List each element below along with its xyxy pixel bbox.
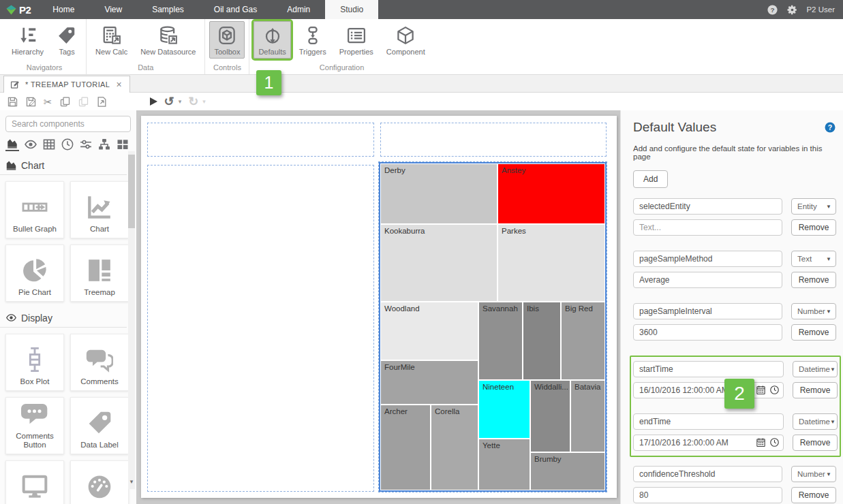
table-icon[interactable]: [42, 138, 56, 151]
area-chart-icon[interactable]: [5, 138, 19, 151]
treemap-component[interactable]: DerbyAnsteyKookaburraParkesWoodlandSavan…: [380, 163, 605, 490]
treemap-cell-anstey[interactable]: Anstey: [497, 163, 605, 224]
scroll-down-icon[interactable]: ▾: [128, 478, 135, 485]
component-card-gauge[interactable]: Gauge: [70, 460, 129, 504]
treemap-cell-ibis[interactable]: Ibis: [523, 302, 561, 380]
treemap-cell-derby[interactable]: Derby: [380, 163, 497, 224]
variable-name-input-pagesampleinterval[interactable]: [633, 303, 782, 319]
blocks-icon[interactable]: [116, 138, 129, 151]
help-blue-icon[interactable]: ?: [824, 121, 836, 133]
section-header-display[interactable]: Display: [0, 308, 127, 328]
calendar-icon[interactable]: [756, 385, 766, 395]
menu-item-oil-and-gas[interactable]: Oil and Gas: [199, 0, 272, 19]
remove-button-confidencethreshold[interactable]: Remove: [791, 487, 836, 503]
remove-button-pagesampleinterval[interactable]: Remove: [791, 324, 836, 341]
treemap-cell-savannah[interactable]: Savannah: [478, 302, 523, 380]
treemap-cell-archer[interactable]: Archer: [380, 405, 431, 490]
variable-name-input-selectedentity[interactable]: [633, 198, 782, 215]
save-icon[interactable]: [7, 96, 18, 108]
remove-button-endtime[interactable]: Remove: [793, 435, 838, 451]
ribbon-button-component[interactable]: Component: [382, 21, 430, 59]
component-card-pie-chart[interactable]: Pie Chart: [5, 245, 64, 302]
treemap-cell-yette[interactable]: Yette: [478, 439, 530, 490]
ribbon-button-toolbox[interactable]: Toolbox: [209, 21, 245, 59]
menu-item-studio[interactable]: Studio: [325, 0, 378, 19]
scrollbar-thumb[interactable]: [128, 155, 135, 228]
variable-type-select-pagesampleinterval[interactable]: Number▼: [791, 303, 836, 319]
sidebar-scrollbar[interactable]: [128, 151, 135, 489]
cut-icon[interactable]: ✂: [44, 97, 52, 107]
gear-icon[interactable]: [786, 4, 798, 16]
save-edit-icon[interactable]: [25, 96, 37, 108]
treemap-cell-brumby[interactable]: Brumby: [530, 452, 605, 490]
chevron-down-icon[interactable]: ▾: [179, 98, 182, 105]
tab-treemap-tutorial[interactable]: * TREEMAP TUTORIAL ×: [3, 76, 130, 93]
export-icon[interactable]: [96, 96, 108, 108]
eye-icon[interactable]: [24, 138, 37, 151]
placeholder-region-2[interactable]: [380, 123, 607, 157]
remove-button-selectedentity[interactable]: Remove: [791, 219, 836, 236]
treemap-cell-woodland[interactable]: Woodland: [380, 302, 478, 360]
menu-item-samples[interactable]: Samples: [137, 0, 199, 19]
placeholder-region-1[interactable]: [147, 123, 374, 157]
menu-item-home[interactable]: Home: [37, 0, 89, 19]
component-card-box-plot[interactable]: Box Plot: [5, 334, 64, 391]
treemap-cell-big-red[interactable]: Big Red: [561, 302, 605, 380]
user-label[interactable]: P2 User: [806, 5, 835, 14]
placeholder-region-3[interactable]: [147, 165, 374, 492]
variable-name-input-starttime[interactable]: [633, 361, 784, 377]
component-card-data-label[interactable]: Data Label: [70, 397, 129, 454]
variable-name-input-endtime[interactable]: [633, 413, 784, 430]
component-card-comments[interactable]: Comments: [70, 334, 129, 391]
variable-type-select-endtime[interactable]: Datetime▼: [793, 413, 838, 430]
play-icon[interactable]: [150, 97, 157, 106]
component-card-bullet-graph[interactable]: Bullet Graph: [5, 181, 64, 238]
section-header-chart[interactable]: Chart: [0, 155, 127, 175]
treemap-cell-corella[interactable]: Corella: [431, 405, 478, 490]
org-chart-icon[interactable]: [97, 138, 111, 151]
calendar-icon[interactable]: [756, 437, 766, 447]
variable-value-input-selectedentity[interactable]: [633, 219, 782, 236]
undo-icon[interactable]: ↺: [164, 95, 174, 108]
component-card-chart[interactable]: Chart: [70, 181, 129, 238]
close-icon[interactable]: ×: [114, 80, 123, 89]
clock-icon[interactable]: [769, 437, 780, 447]
variable-type-select-starttime[interactable]: Datetime▼: [793, 361, 838, 377]
menu-item-view[interactable]: View: [89, 0, 137, 19]
treemap-cell-parkes[interactable]: Parkes: [497, 224, 605, 302]
design-canvas[interactable]: DerbyAnsteyKookaburraParkesWoodlandSavan…: [136, 110, 620, 504]
treemap-cell-batavia[interactable]: Batavia: [570, 380, 605, 452]
search-input[interactable]: [5, 116, 131, 132]
variable-type-select-confidencethreshold[interactable]: Number▼: [791, 466, 836, 482]
sliders-icon[interactable]: [79, 138, 93, 151]
variable-name-input-pagesamplemethod[interactable]: [633, 251, 782, 267]
variable-name-input-confidencethreshold[interactable]: [633, 466, 782, 482]
treemap-cell-nineteen[interactable]: Nineteen: [478, 380, 530, 439]
ribbon-button-new-datasource[interactable]: New Datasource: [136, 21, 200, 59]
component-card-embed-page[interactable]: Embed Page: [5, 460, 64, 504]
ribbon-button-new-calc[interactable]: New Calc: [91, 21, 132, 59]
menu-item-admin[interactable]: Admin: [272, 0, 325, 19]
help-circle-icon[interactable]: ?: [767, 4, 778, 16]
clock-icon[interactable]: [769, 385, 780, 395]
treemap-cell-widdalli[interactable]: Widdalli...: [530, 380, 570, 452]
variable-value-input-pagesamplemethod[interactable]: [633, 272, 782, 288]
variable-value-input-pagesampleinterval[interactable]: [633, 324, 782, 341]
clock-icon[interactable]: [61, 138, 74, 151]
ribbon-button-defaults[interactable]: Defaults: [254, 21, 290, 59]
variable-type-select-pagesamplemethod[interactable]: Text▼: [791, 251, 836, 267]
ribbon-button-tags[interactable]: Tags: [52, 21, 82, 59]
ribbon-button-hierarchy[interactable]: Hierarchy: [7, 21, 48, 59]
treemap-cell-kookaburra[interactable]: Kookaburra: [380, 224, 497, 302]
variable-value-input-confidencethreshold[interactable]: [633, 487, 782, 503]
component-card-treemap[interactable]: Treemap: [70, 245, 129, 302]
variable-type-select-selectedentity[interactable]: Entity▼: [791, 198, 836, 215]
copy-icon[interactable]: [59, 96, 71, 108]
add-button[interactable]: Add: [633, 170, 668, 188]
remove-button-starttime[interactable]: Remove: [793, 382, 838, 398]
remove-button-pagesamplemethod[interactable]: Remove: [791, 272, 836, 288]
page-surface[interactable]: DerbyAnsteyKookaburraParkesWoodlandSavan…: [141, 116, 617, 498]
ribbon-button-properties[interactable]: Properties: [335, 21, 378, 59]
treemap-cell-fourmile[interactable]: FourMile: [380, 360, 478, 405]
ribbon-button-triggers[interactable]: Triggers: [294, 21, 331, 59]
